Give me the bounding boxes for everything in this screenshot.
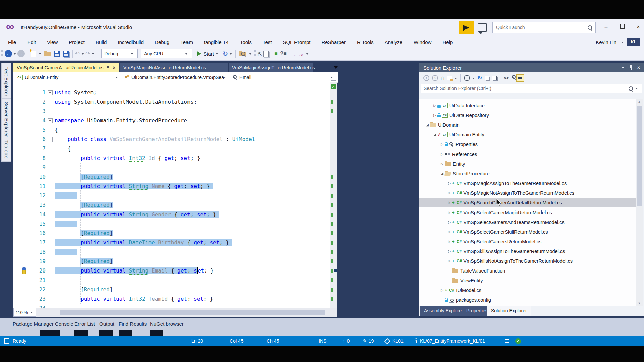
new-file-dropdown[interactable]: [39, 53, 41, 56]
redo-dropdown[interactable]: [92, 53, 94, 56]
code-editor[interactable]: 1using System;−2using System.ComponentMo…: [13, 82, 330, 308]
indent-icon[interactable]: ≡: [274, 51, 277, 57]
minimize-button[interactable]: –: [600, 21, 612, 33]
pending-edits[interactable]: ✎ 19: [363, 336, 374, 346]
bottom-tab-nuget-browser[interactable]: NuGet browser: [150, 321, 184, 327]
editor-zoom-select[interactable]: 110 %: [13, 308, 36, 317]
expander-collapsed-icon[interactable]: ▷: [432, 104, 437, 107]
pin-icon[interactable]: [630, 65, 633, 70]
menu-item-incredibuild[interactable]: Incredibuild: [117, 38, 144, 46]
expander-expanded-icon[interactable]: ◢: [439, 172, 445, 175]
toolbar-grip[interactable]: [1, 50, 3, 57]
tree-item-viewentity[interactable]: ViewEntity: [419, 276, 636, 285]
document-tab-1[interactable]: VmSpSearchGamerA...ailReturnModel.cs×: [13, 63, 119, 72]
avatar[interactable]: KL: [627, 38, 640, 46]
window-position-dropdown[interactable]: [622, 67, 624, 70]
tree-item-uidomain-entity[interactable]: ◢✓C#UiDomain.Entity: [419, 130, 636, 139]
feedback-flag-button[interactable]: [459, 21, 474, 34]
menu-item-file[interactable]: File: [7, 38, 17, 46]
tree-item-entity[interactable]: ▷Entity: [419, 159, 636, 169]
tree-item-references[interactable]: ▷References: [419, 149, 636, 159]
switch-views-dropdown[interactable]: [455, 78, 457, 80]
bottom-tab-package-manager-console[interactable]: Package Manager Console: [13, 321, 73, 327]
menu-item-project[interactable]: Project: [68, 38, 85, 46]
solution-explorer-scrollbar[interactable]: ▲ ▼: [636, 99, 643, 306]
view-code-icon[interactable]: <>: [504, 75, 509, 81]
quick-action-icon[interactable]: [21, 267, 28, 274]
fold-collapse-icon[interactable]: −: [48, 137, 53, 142]
undo-icon[interactable]: ↶: [75, 50, 80, 57]
expander-collapsed-icon[interactable]: ▷: [447, 220, 452, 224]
pending-changes-filter-icon[interactable]: ·: [464, 75, 470, 81]
copy-structure-icon[interactable]: [263, 51, 269, 57]
menu-item-sql-prompt[interactable]: SQL Prompt: [282, 38, 311, 46]
tree-item-properties[interactable]: ▷Properties: [419, 139, 636, 149]
tree-item-uidomain[interactable]: ◢UiDomain: [419, 120, 636, 130]
home-icon[interactable]: ⌂: [441, 75, 444, 81]
toolbar-grip[interactable]: [254, 50, 256, 57]
menu-item-resharper[interactable]: ReSharper: [321, 38, 346, 46]
save-all-icon[interactable]: [63, 51, 69, 57]
feed-icon[interactable]: [505, 339, 509, 343]
tree-item-tablevaluedfunction[interactable]: TableValuedFunction: [419, 266, 636, 276]
panel-tab-assembly-explorer[interactable]: Assembly Explorer: [420, 306, 467, 316]
menu-item-tools[interactable]: Tools: [239, 38, 252, 46]
save-icon[interactable]: [54, 51, 60, 57]
title-bar[interactable]: ∞ ItHandyGuy.OnlineGame - Microsoft Visu…: [0, 19, 644, 37]
expander-collapsed-icon[interactable]: ▷: [447, 181, 452, 185]
expander-collapsed-icon[interactable]: ▷: [432, 113, 437, 117]
status-check-icon[interactable]: ✓: [515, 338, 521, 344]
expander-expanded-icon[interactable]: ◢: [432, 133, 437, 136]
menu-item-edit[interactable]: Edit: [26, 38, 37, 46]
expander-collapsed-icon[interactable]: ▷: [447, 240, 452, 243]
open-folder-icon[interactable]: [44, 52, 51, 56]
expander-collapsed-icon[interactable]: ▷: [439, 152, 445, 156]
close-icon[interactable]: ×: [637, 65, 640, 70]
quick-launch-input[interactable]: Quick Launch: [492, 22, 596, 33]
background-tasks-icon[interactable]: [4, 338, 9, 344]
tree-item-packages-config[interactable]: packages.config: [419, 295, 636, 305]
editor-vertical-scrollbar[interactable]: [330, 82, 337, 308]
tab-list-dropdown[interactable]: [334, 66, 338, 71]
expander-collapsed-icon[interactable]: ▷: [447, 259, 452, 263]
expander-collapsed-icon[interactable]: ▷: [439, 162, 445, 166]
menu-item-build[interactable]: Build: [95, 38, 107, 46]
sync-with-active-document-icon[interactable]: [492, 76, 497, 80]
tree-item-vmspselectgamerskillreturnmodel-cs[interactable]: ▷+C#VmSpSelectGamerSkillReturnModel.cs: [419, 227, 636, 237]
expander-collapsed-icon[interactable]: ▷: [447, 249, 452, 253]
menu-item-test[interactable]: Test: [262, 38, 273, 46]
scroll-down-icon[interactable]: ▼: [636, 302, 643, 305]
scroll-thumb[interactable]: [637, 106, 642, 206]
close-button[interactable]: ×: [632, 21, 644, 33]
pin-icon[interactable]: [107, 65, 109, 70]
repository-indicator[interactable]: KL01: [385, 336, 404, 346]
editor-splitter-handle[interactable]: [331, 80, 336, 83]
user-name[interactable]: Kevin Lin: [595, 38, 617, 46]
tree-item-iuimodel-cs[interactable]: ▷+C#IUiModel.cs: [419, 285, 636, 295]
refresh-icon[interactable]: ↻: [223, 50, 228, 58]
navigate-back-dropdown[interactable]: [13, 53, 16, 56]
menu-item-debug[interactable]: Debug: [154, 38, 170, 46]
sidebar-tab-test-explorer[interactable]: Test Explorer: [1, 63, 11, 100]
editor-horizontal-scrollbar[interactable]: 110 %: [13, 308, 337, 317]
bottom-tab-find-results[interactable]: Find Results: [119, 321, 147, 327]
menu-item-tangible-t4[interactable]: tangible T4: [203, 38, 229, 46]
sidebar-tab-toolbox[interactable]: Toolbox: [1, 137, 11, 162]
type-dropdown[interactable]: UiDomain.Entity.StoredProcedure.VmSpSea: [122, 72, 230, 82]
solution-explorer-title-bar[interactable]: Solution Explorer ×: [419, 63, 644, 72]
menu-item-view[interactable]: View: [46, 38, 58, 46]
refresh-icon[interactable]: ↻: [477, 75, 482, 81]
project-dropdown[interactable]: C# UiDomain.Entity: [13, 72, 122, 82]
menu-item-help[interactable]: Help: [442, 38, 453, 46]
tree-item-uidata-repository[interactable]: ▷C#UiData.Repository: [419, 110, 636, 120]
menu-item-team[interactable]: Team: [180, 38, 194, 46]
undo-dropdown[interactable]: [81, 53, 84, 56]
tree-item-storedprocedure[interactable]: ◢StoredProcedure: [419, 169, 636, 178]
fold-collapse-icon[interactable]: −: [48, 90, 53, 95]
tree-item-vmspmagicassigntothegamerreturnmodel-cs[interactable]: ▷+C#VmSpMagicAssignToTheGamerReturnModel…: [419, 178, 636, 188]
preview-selected-items-toggle[interactable]: [516, 74, 524, 82]
collapse-all-icon[interactable]: [485, 76, 489, 80]
expander-collapsed-icon[interactable]: ▷: [447, 210, 452, 214]
tree-item-vmspselectgamersandteamsreturnmodel-cs[interactable]: ▷+C#VmSpSelectGamersAndTeamsReturnModel.…: [419, 217, 636, 227]
menu-item-window[interactable]: Window: [413, 38, 432, 46]
